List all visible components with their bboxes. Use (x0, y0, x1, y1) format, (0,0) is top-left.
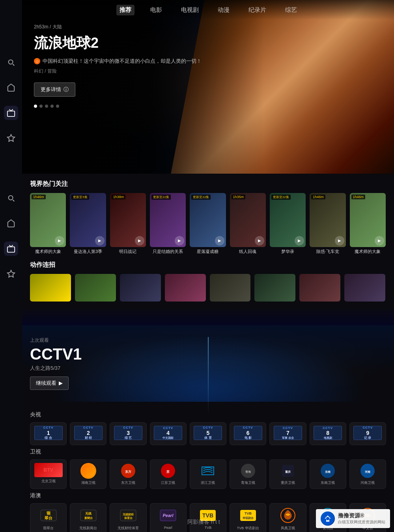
sidebar-tv-2[interactable] (4, 242, 18, 256)
nav-recommend[interactable]: 推荐 (116, 5, 134, 15)
dongfang-card[interactable]: 东方 东方卫视 (110, 459, 146, 489)
phoenix-card[interactable]: 凤凰卫视 (269, 503, 306, 532)
dongfang-name: 东方卫视 (121, 480, 135, 485)
btv-card[interactable]: BTV 北京卫视 (30, 459, 67, 489)
hero-dot-5[interactable] (56, 105, 59, 108)
card-7-badge: 更新至22集 (271, 195, 291, 200)
nav-movie[interactable]: 电影 (147, 5, 165, 15)
action-card-2[interactable] (75, 274, 116, 303)
wxnews-card[interactable]: 无线 新聞台 无线新闻台 (70, 503, 106, 532)
nav-tv[interactable]: 电视剧 (178, 5, 202, 15)
jiangsu-logo: 苏 (160, 463, 176, 479)
tvb-huayu-card[interactable]: TVB 华语剧台 TVB 华语剧台 (230, 503, 266, 532)
action-card-6[interactable] (254, 274, 295, 303)
cctv3-logo: CCTV 3 综 艺 (114, 426, 142, 440)
hero-dot-4[interactable] (50, 105, 54, 108)
action-card-3[interactable] (120, 274, 161, 303)
card-3[interactable]: 1h38m ▶ 明日战记 (110, 193, 146, 255)
hunan-card[interactable]: 湖南卫视 (70, 459, 106, 489)
wxfinance-name: 无线财经体育 (118, 526, 139, 531)
cctv9-card[interactable]: CCTV 9 记 录 (349, 422, 386, 445)
action-card-7[interactable] (299, 274, 340, 303)
chongqing-card[interactable]: 重庆 重庆卫视 (269, 459, 306, 489)
cctv6-card[interactable]: CCTV 6 电 影 (230, 422, 266, 445)
cctv3-card[interactable]: CCTV 3 综 艺 (110, 422, 146, 445)
zhejiang-card[interactable]: 浙江卫视 (190, 459, 226, 489)
card-7[interactable]: 更新至22集 ▶ 梦华录 (270, 193, 306, 255)
card-7-title: 梦华录 (270, 249, 306, 255)
card-2-title: 曼达洛人第3季 (70, 249, 106, 255)
qinghai-card[interactable]: 青海 青海卫视 (230, 459, 266, 489)
card-6-title: 纸人回魂 (230, 249, 266, 255)
sidebar-home-2[interactable] (4, 216, 18, 230)
btv-logo: BTV (34, 463, 63, 477)
card-1-badge: 1h46m (32, 195, 46, 199)
cctv1-card[interactable]: CCTV 1 综 合 (30, 422, 67, 445)
continue-button[interactable]: 继续观看 ▶ (30, 377, 69, 390)
nav-documentary[interactable]: 纪录片 (245, 5, 269, 15)
chongqing-logo: 重庆 (280, 463, 296, 479)
svg-text:青海: 青海 (245, 470, 251, 473)
action-poster-3 (120, 274, 161, 302)
card-8-play[interactable]: ▶ (335, 236, 344, 245)
henan-card[interactable]: 河南 河南卫视 (349, 459, 386, 489)
watermark-logo (321, 511, 335, 526)
cctv2-logo: CCTV 2 财 经 (74, 426, 103, 440)
card-7-play[interactable]: ▶ (295, 236, 304, 245)
cctv7-card[interactable]: CCTV 7 军事 农业 (269, 422, 306, 445)
card-5-play[interactable]: ▶ (215, 236, 224, 245)
hero-detail-button[interactable]: 更多详情 ⓘ (34, 82, 75, 97)
nav-variety[interactable]: 综艺 (282, 5, 300, 15)
card-9-play[interactable]: ▶ (375, 236, 384, 245)
sidebar-star-2[interactable] (4, 267, 18, 281)
card-4[interactable]: 更新至22集 ▶ 只是结婚的关系 (150, 193, 186, 255)
hero-dot-2[interactable] (39, 105, 43, 108)
sidebar-tv[interactable] (4, 106, 18, 120)
sidebar-search-2[interactable] (4, 191, 18, 205)
svg-text:东南: 东南 (325, 470, 331, 473)
wxfinance-card[interactable]: 无线财经 体育台 无线财经体育 (110, 503, 146, 532)
hero-dot-3[interactable] (45, 105, 48, 108)
watermark: 撸撸资源® 白猫互联网优质资源的网站 (316, 509, 390, 528)
sidebar-home[interactable] (4, 81, 18, 95)
cctv5-card[interactable]: CCTV 5 体 育 (190, 422, 226, 445)
card-6[interactable]: 1h35m ▶ 纸人回魂 (230, 193, 266, 255)
svg-text:TVB: TVB (202, 512, 213, 519)
cctv2-card[interactable]: CCTV 2 财 经 (70, 422, 106, 445)
card-6-play[interactable]: ▶ (255, 236, 264, 245)
dongnan-card[interactable]: 东南 东南卫视 (310, 459, 346, 489)
feicui-card[interactable]: 翡 翠台 翡翠台 (30, 503, 67, 532)
action-section: 动作连招 (22, 261, 394, 309)
action-card-4[interactable] (165, 274, 206, 303)
card-8[interactable]: 1h46m ▶ 除惑·飞车党 (310, 193, 345, 255)
cctv8-card[interactable]: CCTV 8 电视剧 (310, 422, 346, 445)
feicui-logo: 翡 翠台 (40, 507, 57, 524)
cctv7-logo: CCTV 7 军事 农业 (274, 426, 302, 440)
svg-text:TVB: TVB (245, 511, 252, 515)
tvb-card[interactable]: TVB TVB (190, 503, 226, 532)
feicui-name: 翡翠台 (43, 526, 54, 531)
action-card-8[interactable] (344, 274, 385, 303)
action-card-1[interactable] (30, 274, 71, 303)
cctv-grid: CCTV 1 综 合 CCTV 2 财 经 CCTV 3 综 艺 CCTV 4 (30, 422, 386, 445)
hero-dot-1[interactable] (34, 105, 37, 108)
card-3-play[interactable]: ▶ (135, 236, 144, 245)
action-poster-8 (344, 274, 385, 302)
sidebar-star[interactable] (4, 131, 18, 145)
jiangsu-card[interactable]: 苏 江苏卫视 (150, 459, 187, 489)
zhejiang-logo (200, 463, 216, 479)
action-poster-2 (75, 274, 116, 302)
card-2[interactable]: 更新至5集 ▶ 曼达洛人第3季 (70, 193, 106, 255)
cctv4-card[interactable]: CCTV 4 中文国际 (150, 422, 187, 445)
card-2-play[interactable]: ▶ (95, 236, 105, 245)
card-5[interactable]: 更新至22集 ▶ 星落凝成糖 (190, 193, 226, 255)
gradient-section: 上次观看 CCTV1 人生之路5/37 继续观看 ▶ (22, 325, 394, 402)
sidebar-search[interactable] (4, 55, 18, 69)
action-poster-4 (165, 274, 206, 302)
svg-text:河南: 河南 (365, 470, 370, 473)
card-9[interactable]: 1h46m ▶ 魔术师的大象 (350, 193, 386, 255)
pearl-card[interactable]: Pearl Pearl (150, 503, 187, 532)
action-card-5[interactable] (210, 274, 251, 303)
nav-anime[interactable]: 动漫 (215, 5, 233, 15)
card-1[interactable]: 1h46m ▶ 魔术师的大象 (30, 193, 66, 255)
